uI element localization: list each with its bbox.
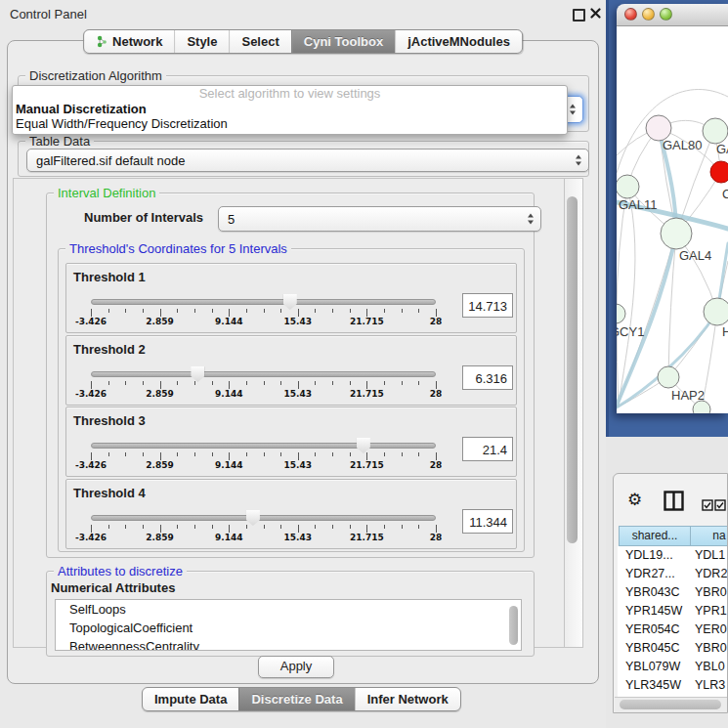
table-row[interactable]: YPR145WYPR1 bbox=[618, 602, 728, 621]
tick-label: 2.859 bbox=[146, 317, 173, 326]
close-icon[interactable] bbox=[590, 8, 601, 19]
cell-shared-name[interactable]: YER054C bbox=[618, 621, 689, 639]
cell-shared-name[interactable]: YDR27... bbox=[618, 565, 689, 583]
dropdown-option-manual[interactable]: Manual Discretization bbox=[13, 102, 567, 116]
table-body: YDL19...YDL1YDR27...YDR2YBR043CYBR0YPR14… bbox=[618, 546, 728, 697]
tab-select[interactable]: Select bbox=[229, 30, 290, 53]
gear-icon[interactable]: ⚙ bbox=[627, 492, 642, 508]
tick-mark bbox=[350, 452, 351, 456]
cell-name[interactable]: YDL1 bbox=[689, 546, 728, 565]
slider-track[interactable] bbox=[91, 371, 436, 377]
scrollbar-thumb[interactable] bbox=[620, 700, 721, 709]
cell-name[interactable]: YBL0 bbox=[689, 658, 728, 676]
table-row[interactable]: YDR27...YDR2 bbox=[618, 565, 728, 583]
numerical-attributes-list[interactable]: SelfLoopsTopologicalCoefficientBetweenne… bbox=[55, 599, 522, 651]
slider-ticks bbox=[91, 309, 436, 317]
zoom-traffic-light[interactable] bbox=[660, 8, 672, 21]
cell-name[interactable]: YBR0 bbox=[689, 583, 728, 602]
threshold-3-block: Threshold 3 -3.4262.8599.14415.4321.7152… bbox=[65, 407, 517, 477]
tab-jactivemnodules[interactable]: jActiveMNodules bbox=[395, 30, 522, 53]
float-window-icon[interactable] bbox=[573, 9, 585, 21]
node-h bbox=[704, 298, 728, 325]
table-row[interactable]: YBR045CYBR0 bbox=[618, 639, 728, 658]
split-columns-icon[interactable] bbox=[664, 491, 684, 511]
table-row[interactable]: YLR345WYLR3 bbox=[618, 676, 728, 695]
cell-name[interactable]: YDR2 bbox=[689, 565, 728, 583]
cell-shared-name[interactable]: YBL079W bbox=[618, 658, 689, 676]
tab-style[interactable]: Style bbox=[174, 30, 229, 53]
cell-name[interactable]: YLR3 bbox=[689, 676, 728, 695]
tick-label: 2.859 bbox=[146, 533, 173, 542]
cell-shared-name[interactable]: YDL19... bbox=[618, 546, 689, 565]
table-row[interactable]: YDL19...YDL1 bbox=[618, 546, 728, 565]
tick-mark bbox=[264, 452, 265, 456]
threshold-4-block: Threshold 4 -3.4262.8599.14415.4321.7152… bbox=[65, 479, 517, 549]
tab-network[interactable]: Network bbox=[84, 30, 174, 53]
tick-mark bbox=[350, 309, 351, 313]
slider-track[interactable] bbox=[91, 299, 436, 305]
cell-shared-name[interactable]: YPR145W bbox=[618, 602, 689, 621]
checkbox-icon[interactable] bbox=[714, 499, 726, 511]
table-row[interactable]: YBL079WYBL0 bbox=[618, 658, 728, 676]
tick-mark bbox=[160, 452, 161, 460]
slider-thumb[interactable] bbox=[191, 366, 204, 382]
dropdown-option-equal-width[interactable]: Equal Width/Frequency Discretization bbox=[13, 116, 567, 131]
cell-name[interactable]: YBR0 bbox=[689, 639, 728, 658]
slider-ticks bbox=[91, 452, 436, 460]
scrollbar-thumb[interactable] bbox=[567, 196, 578, 543]
tab-impute-data[interactable]: Impute Data bbox=[143, 688, 238, 710]
tick-mark bbox=[384, 381, 385, 385]
tick-mark bbox=[246, 452, 247, 456]
tick-mark bbox=[125, 309, 126, 313]
close-traffic-light[interactable] bbox=[624, 8, 637, 21]
threshold-label: Threshold 2 bbox=[73, 342, 146, 357]
tick-label: 21.715 bbox=[350, 533, 384, 542]
tick-mark bbox=[229, 452, 230, 460]
threshold-value-field[interactable]: 21.4 bbox=[462, 437, 513, 461]
checkbox-icon[interactable] bbox=[702, 499, 713, 511]
table-data-combobox[interactable]: galFiltered.sif default node bbox=[26, 149, 589, 172]
tab-infer-network[interactable]: Infer Network bbox=[355, 688, 460, 710]
slider-thumb[interactable] bbox=[246, 510, 260, 526]
list-item[interactable]: BetweennessCentrality bbox=[56, 637, 521, 651]
threshold-label: Threshold 3 bbox=[73, 413, 146, 428]
threshold-value-field[interactable]: 14.713 bbox=[462, 293, 513, 318]
cell-shared-name[interactable]: YLR345W bbox=[618, 676, 689, 695]
network-window-titlebar[interactable] bbox=[617, 4, 728, 26]
vertical-scrollbar[interactable] bbox=[564, 178, 583, 648]
column-header-name[interactable]: na bbox=[690, 526, 728, 546]
threshold-value-field[interactable]: 11.344 bbox=[462, 509, 513, 534]
number-of-intervals-combobox[interactable]: 5 bbox=[218, 206, 541, 232]
slider-track[interactable] bbox=[91, 515, 436, 521]
tick-mark bbox=[366, 381, 367, 389]
column-header-shared[interactable]: shared... bbox=[619, 526, 691, 546]
cell-shared-name[interactable]: YBR045C bbox=[618, 639, 689, 658]
tab-discretize-data[interactable]: Discretize Data bbox=[238, 688, 354, 710]
node-gal11 bbox=[617, 175, 639, 198]
threshold-value-field[interactable]: 6.316 bbox=[462, 365, 513, 390]
cell-name[interactable]: YER0 bbox=[689, 621, 728, 639]
slider-thumb[interactable] bbox=[357, 438, 370, 453]
node-label: C bbox=[722, 187, 728, 201]
minimize-traffic-light[interactable] bbox=[642, 8, 655, 21]
dropdown-placeholder: Select algorithm to view settings bbox=[13, 86, 567, 102]
list-scrollbar-thumb[interactable] bbox=[509, 606, 518, 645]
tick-mark bbox=[280, 525, 281, 529]
node-gal4 bbox=[661, 218, 692, 249]
slider-track[interactable] bbox=[91, 443, 436, 449]
tick-label: 28 bbox=[430, 389, 443, 399]
tick-mark bbox=[436, 309, 437, 317]
cell-shared-name[interactable]: YBR043C bbox=[618, 583, 689, 602]
table-row[interactable]: YBR043CYBR0 bbox=[618, 583, 728, 602]
tab-cyni-toolbox[interactable]: Cyni Toolbox bbox=[291, 30, 395, 53]
horizontal-scrollbar[interactable] bbox=[615, 697, 728, 712]
network-graph-canvas[interactable]: GAL80 GA C GAL11 GAL4 GCY1 H HAP2 bbox=[617, 26, 728, 413]
node-label: GA bbox=[716, 142, 728, 156]
apply-button[interactable]: Apply bbox=[258, 656, 334, 678]
list-item[interactable]: TopologicalCoefficient bbox=[56, 619, 521, 637]
cell-name[interactable]: YPR1 bbox=[689, 602, 728, 621]
table-row[interactable]: YER054CYER0 bbox=[618, 621, 728, 639]
node-gcy1 bbox=[617, 304, 625, 323]
list-item[interactable]: SelfLoops bbox=[56, 600, 521, 619]
slider-thumb[interactable] bbox=[283, 294, 297, 310]
